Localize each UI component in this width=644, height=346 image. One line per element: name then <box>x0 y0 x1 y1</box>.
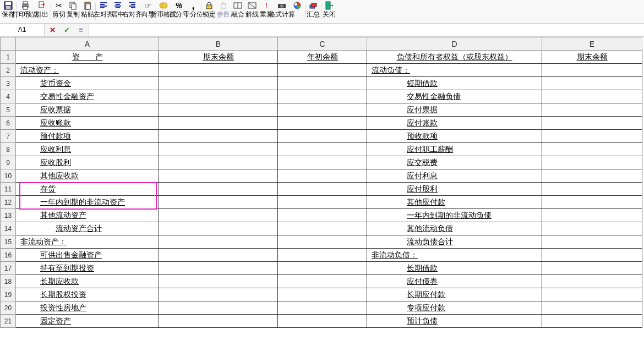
cell[interactable] <box>278 169 367 183</box>
cell[interactable] <box>159 77 278 90</box>
cell[interactable]: 其他应付款 <box>367 196 542 209</box>
cell[interactable] <box>159 249 278 262</box>
row-header[interactable]: 16 <box>1 249 16 262</box>
cell[interactable] <box>278 117 367 130</box>
cell[interactable] <box>542 209 642 222</box>
cell[interactable] <box>159 143 278 156</box>
cell[interactable]: 一年内到期的非流动负债 <box>367 209 542 222</box>
cell[interactable]: 长期应付款 <box>367 288 542 301</box>
row-header[interactable]: 21 <box>1 315 16 328</box>
cell[interactable] <box>159 288 278 301</box>
cell[interactable] <box>542 169 642 183</box>
cell[interactable] <box>159 275 278 288</box>
cell[interactable]: 应交税费 <box>367 156 542 169</box>
cell[interactable]: 应收利息 <box>16 143 159 156</box>
cell[interactable] <box>542 77 642 90</box>
row-header[interactable]: 18 <box>1 275 16 288</box>
cell[interactable]: 短期借款 <box>367 77 542 90</box>
row-header[interactable]: 11 <box>1 183 16 196</box>
formula-input[interactable] <box>89 24 644 36</box>
cell[interactable]: 持有至到期投资 <box>16 262 159 275</box>
row-header[interactable]: 17 <box>1 262 16 275</box>
cell[interactable] <box>278 209 367 222</box>
row-header[interactable]: 1 <box>1 51 16 64</box>
equals-formula-button[interactable]: = <box>75 25 86 36</box>
summary-button[interactable]: 汇总 <box>306 1 320 23</box>
cell[interactable]: 应付账款 <box>367 117 542 130</box>
cell[interactable]: 非流动资产： <box>16 235 159 249</box>
cell[interactable] <box>159 117 278 130</box>
cell[interactable]: 货币资金 <box>16 77 159 90</box>
cell[interactable]: 存货 <box>16 183 159 196</box>
row-header[interactable]: 6 <box>1 117 16 130</box>
cell[interactable] <box>278 262 367 275</box>
spreadsheet-grid[interactable]: A B C D E 1资 产期末余额年初余额负债和所有者权益（或股东权益）期末余… <box>0 37 642 328</box>
merge-button[interactable]: 融合 <box>231 1 245 23</box>
cell[interactable] <box>159 222 278 235</box>
col-header-C[interactable]: C <box>278 37 367 51</box>
lock-button[interactable]: 锁定 <box>202 1 216 23</box>
cell[interactable] <box>542 288 642 301</box>
cell[interactable] <box>542 117 642 130</box>
cell[interactable] <box>542 90 642 103</box>
cell[interactable]: 应付票据 <box>367 103 542 117</box>
row-header[interactable]: 12 <box>1 196 16 209</box>
row-header[interactable]: 15 <box>1 235 16 249</box>
cell[interactable]: 资 产 <box>16 51 159 64</box>
cell[interactable]: 应付债券 <box>367 275 542 288</box>
cell[interactable] <box>542 301 642 315</box>
col-header-E[interactable]: E <box>542 37 642 51</box>
cell[interactable] <box>278 183 367 196</box>
cell[interactable]: 其他流动资产 <box>16 209 159 222</box>
cell[interactable]: 交易性金融负债 <box>367 90 542 103</box>
cell[interactable] <box>278 275 367 288</box>
cell[interactable] <box>159 103 278 117</box>
cell[interactable] <box>542 235 642 249</box>
cell[interactable]: 年初余额 <box>278 51 367 64</box>
copy-button[interactable]: 复制 <box>66 1 80 23</box>
cut-button[interactable]: ✂ 剪切 <box>52 1 66 23</box>
row-header[interactable]: 8 <box>1 143 16 156</box>
confirm-formula-button[interactable]: ✓ <box>61 25 72 36</box>
col-header-D[interactable]: D <box>367 37 542 51</box>
cell[interactable]: 固定资产 <box>16 315 159 328</box>
cell[interactable] <box>278 249 367 262</box>
cell[interactable]: 投资性房地产 <box>16 301 159 315</box>
cell[interactable] <box>278 77 367 90</box>
cell[interactable] <box>542 249 642 262</box>
cell[interactable]: 长期借款 <box>367 262 542 275</box>
col-header-A[interactable]: A <box>16 37 159 51</box>
row-header[interactable]: 14 <box>1 222 16 235</box>
cell[interactable]: 应付利息 <box>367 169 542 183</box>
cell[interactable] <box>278 103 367 117</box>
cell[interactable] <box>278 64 367 77</box>
col-header-B[interactable]: B <box>159 37 278 51</box>
cell[interactable] <box>159 90 278 103</box>
cell[interactable] <box>278 235 367 249</box>
row-header[interactable]: 4 <box>1 90 16 103</box>
row-header[interactable]: 9 <box>1 156 16 169</box>
cancel-formula-button[interactable]: ✕ <box>47 25 58 36</box>
cell[interactable] <box>159 235 278 249</box>
align-left-button[interactable]: 左对齐 <box>96 1 111 23</box>
cell[interactable] <box>159 262 278 275</box>
row-header[interactable]: 7 <box>1 130 16 143</box>
cell[interactable] <box>278 288 367 301</box>
cell[interactable] <box>159 315 278 328</box>
cell[interactable] <box>542 130 642 143</box>
cell[interactable] <box>159 196 278 209</box>
cell[interactable]: 流动负债合计 <box>367 235 542 249</box>
cell[interactable] <box>159 169 278 183</box>
cell[interactable] <box>542 222 642 235</box>
cell[interactable] <box>278 301 367 315</box>
cell[interactable] <box>278 196 367 209</box>
cell[interactable] <box>159 209 278 222</box>
cell-reference-box[interactable]: A1 <box>0 24 45 36</box>
paste-button[interactable]: 粘贴 <box>80 1 95 23</box>
cell[interactable] <box>278 156 367 169</box>
close-button[interactable]: 关闭 <box>322 1 336 23</box>
cell[interactable]: 应收票据 <box>16 103 159 117</box>
cell[interactable] <box>159 156 278 169</box>
cell[interactable]: 非流动负债： <box>367 249 542 262</box>
cell[interactable] <box>542 103 642 117</box>
